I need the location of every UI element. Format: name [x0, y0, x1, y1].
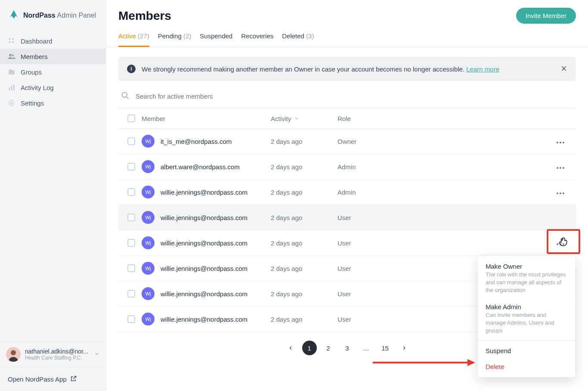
nav-item-groups[interactable]: Groups	[0, 64, 106, 80]
member-activity: 2 days ago	[271, 265, 337, 272]
row-checkbox[interactable]	[127, 239, 135, 247]
col-role-header[interactable]: Role	[337, 115, 548, 122]
page-3[interactable]: 3	[340, 341, 355, 355]
page-title: Members	[118, 9, 171, 23]
groups-icon	[8, 68, 15, 76]
row-actions-button[interactable]	[554, 135, 567, 148]
menu-make-owner[interactable]: Make Owner The role with the most privil…	[478, 258, 575, 299]
member-activity: 2 days ago	[271, 316, 337, 323]
svg-point-22	[557, 243, 558, 245]
owner-warning-banner: i We strongly recommend making another m…	[118, 57, 576, 81]
member-role: Admin	[337, 189, 548, 196]
svg-point-15	[563, 142, 564, 143]
svg-rect-8	[13, 84, 15, 90]
row-checkbox[interactable]	[127, 188, 135, 196]
row-actions-button[interactable]	[554, 186, 567, 199]
tab-recoveries[interactable]: Recoveries	[241, 32, 273, 47]
row-actions-button[interactable]	[554, 161, 567, 173]
member-activity: 2 days ago	[271, 290, 337, 298]
member-avatar: Wj	[142, 313, 155, 326]
brand-name: NordPass	[23, 12, 56, 19]
menu-delete[interactable]: Delete	[478, 359, 575, 375]
member-email: willie.jennings@nordpass.com	[161, 214, 248, 221]
nav-item-dashboard[interactable]: Dashboard	[0, 33, 106, 49]
nav-item-members[interactable]: Members	[0, 49, 106, 64]
member-email: willie.jennings@nordpass.com	[161, 265, 248, 272]
tab-deleted[interactable]: Deleted (3)	[282, 32, 314, 47]
tab-label: Pending	[158, 32, 182, 40]
tab-pending[interactable]: Pending (2)	[158, 32, 192, 47]
row-checkbox[interactable]	[127, 264, 135, 272]
svg-point-3	[12, 41, 14, 43]
table-row[interactable]: Wjwillie.jennings@nordpass.com2 days ago…	[118, 230, 576, 256]
search-input[interactable]	[136, 93, 573, 100]
svg-point-20	[560, 192, 561, 194]
member-role: User	[337, 239, 548, 247]
col-member-header[interactable]: Member	[142, 115, 271, 122]
svg-point-23	[560, 243, 561, 245]
chevron-down-icon[interactable]	[94, 351, 100, 358]
svg-rect-6	[9, 87, 10, 90]
nav-label: Dashboard	[21, 37, 52, 45]
member-activity: 2 days ago	[271, 214, 337, 221]
member-activity: 2 days ago	[271, 163, 337, 171]
table-row[interactable]: Wjwillie.jennings@nordpass.com2 days ago…	[118, 180, 576, 205]
row-actions-button[interactable]	[554, 237, 567, 249]
tab-suspended[interactable]: Suspended	[200, 32, 232, 47]
menu-make-admin[interactable]: Make Admin Can invite members and manage…	[478, 299, 575, 339]
svg-rect-7	[11, 86, 12, 90]
table-row[interactable]: Wjalbert.ware@nordpass.com2 days agoAdmi…	[118, 154, 576, 180]
tab-label: Active	[118, 32, 136, 40]
page-2[interactable]: 2	[321, 341, 336, 355]
row-checkbox[interactable]	[127, 315, 135, 323]
svg-point-4	[9, 54, 12, 56]
user-block[interactable]: nathaniel.adkins@nor... Health Care Staf…	[0, 341, 106, 367]
svg-point-19	[557, 192, 558, 194]
row-actions-button[interactable]	[558, 215, 563, 220]
banner-learn-more-link[interactable]: Learn more	[466, 65, 499, 73]
search-bar	[118, 81, 576, 108]
member-avatar: Wj	[142, 211, 155, 224]
nav-label: Activity Log	[21, 84, 54, 91]
svg-point-9	[11, 102, 13, 104]
row-checkbox[interactable]	[127, 214, 135, 221]
row-checkbox[interactable]	[127, 137, 135, 145]
member-avatar: Wj	[142, 236, 155, 249]
tab-count: (27)	[138, 32, 149, 40]
menu-title: Delete	[486, 363, 567, 370]
chevron-down-icon	[294, 115, 299, 122]
page-15[interactable]: 15	[378, 341, 393, 355]
tab-count: (3)	[306, 32, 314, 40]
menu-title: Suspend	[486, 347, 567, 354]
col-activity-header[interactable]: Activity	[271, 115, 337, 122]
members-icon	[8, 53, 15, 60]
page-prev[interactable]	[283, 341, 298, 355]
brand-logo-icon	[8, 9, 20, 22]
invite-member-button[interactable]: Invite Member	[516, 8, 576, 24]
table-row[interactable]: Wjit_is_me@nordpass.com2 days agoOwner	[118, 129, 576, 154]
user-org: Health Care Staffing P.C.	[25, 355, 90, 361]
nav-item-activity-log[interactable]: Activity Log	[0, 80, 106, 95]
select-all-checkbox[interactable]	[127, 115, 135, 122]
user-avatar	[6, 347, 21, 362]
nav-label: Members	[21, 53, 48, 60]
table-row[interactable]: Wjwillie.jennings@nordpass.com2 days ago…	[118, 205, 576, 230]
close-icon[interactable]	[560, 65, 567, 73]
row-checkbox[interactable]	[127, 163, 135, 171]
tab-active[interactable]: Active (27)	[118, 32, 149, 47]
member-avatar: Wj	[142, 135, 155, 148]
page-1[interactable]: 1	[302, 341, 317, 355]
page-next[interactable]	[397, 341, 412, 355]
activity-icon	[8, 84, 15, 91]
member-role: Admin	[337, 163, 548, 171]
open-app-button[interactable]: Open NordPass App	[0, 367, 106, 391]
tabs: Active (27)Pending (2)SuspendedRecoverie…	[106, 27, 588, 47]
menu-title: Make Owner	[486, 263, 567, 270]
menu-suspend[interactable]: Suspend	[478, 343, 575, 359]
row-checkbox[interactable]	[127, 290, 135, 298]
svg-point-12	[122, 93, 127, 98]
nav-item-settings[interactable]: Settings	[0, 95, 106, 111]
table-header: Member Activity Role	[118, 108, 576, 129]
settings-icon	[8, 99, 15, 107]
nav-label: Settings	[21, 99, 44, 107]
